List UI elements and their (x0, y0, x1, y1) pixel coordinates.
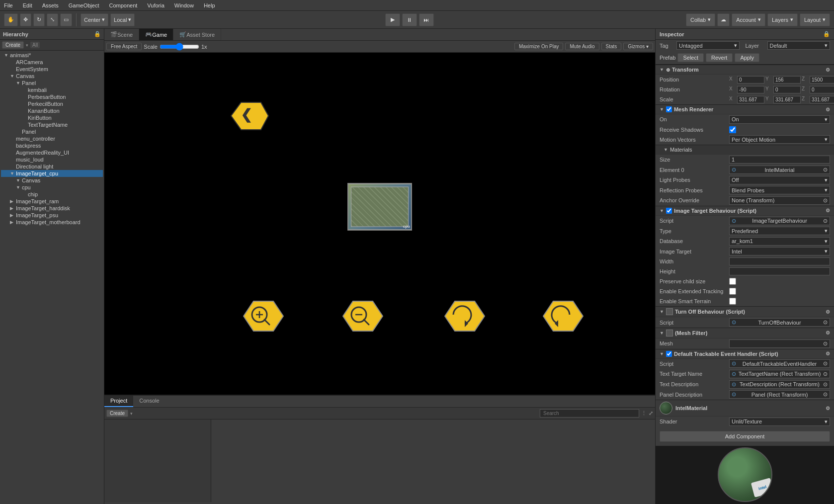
scale-tool-btn[interactable]: ⤡ (47, 13, 58, 26)
stats-btn[interactable]: Stats (601, 43, 622, 50)
trackable-section[interactable]: ▼ Default Trackable Event Handler (Scrip… (656, 349, 834, 359)
rot-y[interactable] (773, 86, 801, 93)
project-sidebar[interactable] (104, 420, 211, 502)
it-width[interactable]: 331.687 (729, 257, 830, 265)
zoom-in-hex-btn[interactable] (236, 296, 288, 337)
menu-help[interactable]: Help (202, 1, 217, 9)
hierarchy-item[interactable]: ▼animasi* (1, 52, 103, 59)
cast-shadows-dropdown[interactable]: On ▾ (729, 115, 830, 124)
preserve-child-checkbox[interactable] (729, 278, 736, 285)
hierarchy-item[interactable]: ▼Canvas (1, 73, 103, 80)
materials-size[interactable] (729, 156, 830, 164)
zoom-out-hex-btn[interactable] (335, 296, 388, 337)
hierarchy-item[interactable]: music_loud (1, 156, 103, 163)
move-tool-btn[interactable]: ✥ (20, 13, 31, 26)
mesh-renderer-checkbox[interactable] (666, 106, 672, 112)
transform-section[interactable]: ▼ ⊕ Transform ⚙ (656, 65, 834, 75)
inspector-lock-icon[interactable]: 🔒 (823, 31, 830, 37)
it-image-dropdown[interactable]: Intel ▾ (729, 247, 830, 255)
materials-subsection[interactable]: ▼ Materials (656, 145, 834, 155)
layers-dropdown[interactable]: Layers ▾ (767, 13, 798, 26)
project-tab[interactable]: Project (104, 396, 133, 407)
hierarchy-item[interactable]: Directional light (1, 163, 103, 170)
scale-x[interactable] (737, 96, 764, 103)
hierarchy-item[interactable]: backpress (1, 142, 103, 149)
project-search[interactable] (540, 409, 639, 418)
trackable-script-field[interactable]: ⊙ DefaultTrackableEventHandler ⊙ (729, 359, 830, 368)
image-target-checkbox[interactable] (666, 208, 672, 214)
rotate-tool-btn[interactable]: ↻ (33, 13, 45, 26)
maximize-btn[interactable]: Maximize On Play (514, 43, 564, 50)
hierarchy-item[interactable]: ▼ImageTarget_cpu (1, 170, 103, 177)
menu-vuforia[interactable]: Vuforia (145, 1, 166, 9)
motion-vectors-dropdown[interactable]: Per Object Motion ▾ (729, 135, 830, 144)
hierarchy-item[interactable]: ▼Panel (1, 80, 103, 86)
tab-game[interactable]: 🎮 Game (139, 29, 173, 40)
hierarchy-item[interactable]: KananButton (1, 107, 103, 114)
hand-tool-btn[interactable]: ✋ (4, 13, 18, 26)
hierarchy-item[interactable]: chip (1, 191, 103, 198)
material-section[interactable]: IntelMaterial ⚙ (656, 400, 834, 417)
hierarchy-item[interactable]: KiriButton (1, 114, 103, 121)
hierarchy-item[interactable]: AugmentedReality_UI (1, 149, 103, 156)
trackable-checkbox[interactable] (666, 351, 672, 357)
rect-tool-btn[interactable]: ▭ (60, 13, 72, 26)
panel-desc-field[interactable]: ⊙ Panel (Rect Transform) ⊙ (729, 390, 830, 399)
it-type-dropdown[interactable]: Predefined ▾ (729, 227, 830, 235)
apply-btn[interactable]: Apply (735, 53, 759, 62)
tab-asset-store[interactable]: 🛒 Asset Store (173, 29, 221, 40)
menu-gameobject[interactable]: GameObject (67, 1, 101, 9)
element0-field[interactable]: ⊙ IntelMaterial ⊙ (729, 166, 830, 174)
menu-file[interactable]: File (2, 1, 15, 9)
mesh-renderer-options[interactable]: ⚙ (826, 107, 830, 112)
add-component-btn[interactable]: Add Component (660, 431, 830, 442)
hierarchy-item[interactable]: PerbesarButton (1, 93, 103, 100)
cloud-btn[interactable]: ☁ (717, 13, 730, 26)
mesh-renderer-section[interactable]: ▼ Mesh Renderer ⚙ (656, 104, 834, 114)
transform-options[interactable]: ⚙ (826, 67, 830, 73)
extended-tracking-checkbox[interactable] (729, 288, 736, 295)
scale-slider[interactable] (160, 43, 199, 51)
menu-edit[interactable]: Edit (21, 1, 34, 9)
console-tab[interactable]: Console (133, 396, 165, 407)
play-button[interactable]: ▶ (385, 13, 400, 26)
pos-y[interactable] (773, 76, 801, 84)
rot-z[interactable] (810, 86, 834, 93)
hierarchy-item[interactable]: ▶ImageTarget_harddisk (1, 205, 103, 212)
text-desc-field[interactable]: ⊙ TextDescription (Rect Transform) ⊙ (729, 380, 830, 389)
revert-btn[interactable]: Revert (706, 53, 733, 62)
it-height[interactable]: 238.4 (729, 267, 830, 275)
back-rotate-hex-btn[interactable] (536, 296, 588, 337)
scale-z[interactable] (810, 96, 834, 103)
mute-btn[interactable]: Mute Audio (565, 43, 599, 50)
hierarchy-item[interactable]: Panel (1, 128, 103, 135)
it-database-dropdown[interactable]: ar_kom1 ▾ (729, 237, 830, 246)
center-dropdown[interactable]: Center ▾ (81, 13, 108, 26)
local-dropdown[interactable]: Local ▾ (110, 13, 135, 26)
hierarchy-item[interactable]: ARCamera (1, 59, 103, 66)
image-target-section[interactable]: ▼ Image Target Behaviour (Script) ⚙ (656, 206, 834, 216)
hierarchy-lock-icon[interactable]: 🔒 (94, 31, 101, 37)
menu-component[interactable]: Component (107, 1, 139, 9)
hierarchy-item[interactable]: kembali (1, 86, 103, 93)
hierarchy-item[interactable]: PerkecilButton (1, 100, 103, 107)
layer-dropdown[interactable]: Default ▾ (767, 41, 831, 50)
pos-z[interactable] (810, 76, 834, 84)
hierarchy-item[interactable]: ▼cpu (1, 184, 103, 191)
light-probes-dropdown[interactable]: Off ▾ (729, 176, 830, 184)
hierarchy-item[interactable]: TextTargetName (1, 121, 103, 128)
kembali-hex-btn[interactable]: ❮ (224, 97, 273, 136)
layout-dropdown[interactable]: Layout ▾ (800, 13, 830, 26)
it-script-field[interactable]: ⊙ ImageTargetBehaviour ⊙ (729, 217, 830, 225)
tab-scene[interactable]: 🎬 Scene (104, 29, 139, 40)
project-create-btn[interactable]: Create (106, 410, 128, 417)
reflection-probes-dropdown[interactable]: Blend Probes ▾ (729, 186, 830, 194)
hierarchy-content[interactable]: ▼animasi*ARCameraEventSystem▼Canvas▼Pane… (0, 51, 104, 504)
collab-dropdown[interactable]: Collab ▾ (686, 13, 715, 26)
turnoff-section[interactable]: ▼ Turn Off Behaviour (Script) ⚙ (656, 306, 834, 317)
scale-y[interactable] (773, 96, 801, 103)
pause-button[interactable]: ⏸ (402, 13, 417, 26)
rot-x[interactable] (737, 86, 764, 93)
hierarchy-create-btn[interactable]: Create (2, 41, 24, 49)
rotate-hex-btn[interactable] (437, 296, 490, 337)
